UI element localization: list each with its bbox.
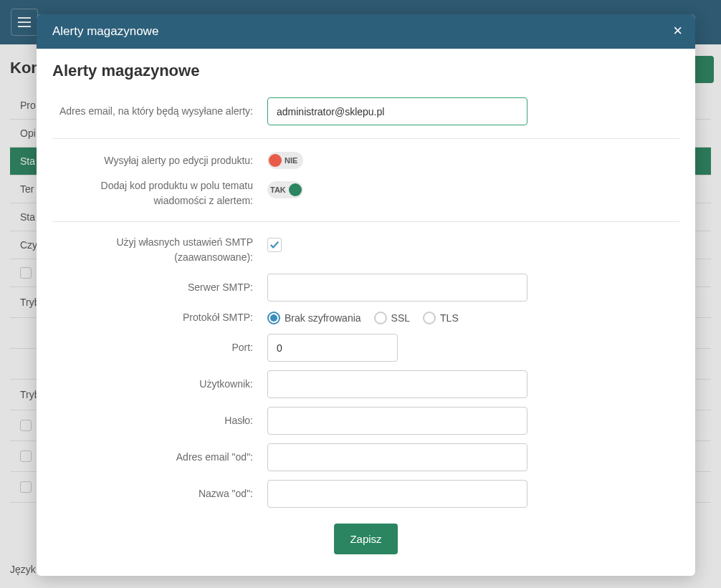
smtp-own-checkbox[interactable]	[267, 238, 282, 252]
modal-header-title: Alerty magazynowe	[52, 24, 158, 38]
modal-title: Alerty magazynowe	[52, 62, 679, 80]
separator	[52, 138, 679, 139]
protocol-radio-tls[interactable]: TLS	[423, 312, 459, 324]
smtp-own-label: Użyj własnych ustawień SMTP (zaawansowan…	[52, 235, 267, 265]
from-name-input[interactable]	[267, 480, 527, 508]
user-input[interactable]	[267, 370, 527, 398]
from-email-label: Adres email "od":	[52, 450, 267, 465]
modal: Alerty magazynowe × Alerty magazynowe Ad…	[37, 14, 695, 576]
add-code-label: Dodaj kod produktu w polu tematu wiadomo…	[52, 178, 267, 208]
port-input[interactable]	[267, 334, 398, 362]
email-input[interactable]	[267, 97, 527, 125]
password-input[interactable]	[267, 407, 527, 435]
radio-circle	[374, 312, 387, 324]
email-label: Adres email, na który będą wysyłane aler…	[52, 104, 267, 119]
port-label: Port:	[52, 340, 267, 355]
separator	[52, 221, 679, 222]
send-on-edit-toggle[interactable]: NIE	[267, 152, 303, 169]
send-on-edit-label: Wysyłaj alerty po edycji produktu:	[52, 153, 267, 168]
radio-circle	[423, 312, 436, 324]
protocol-radio-group: Brak szyfrowania SSL TLS	[267, 312, 679, 324]
protocol-radio-none[interactable]: Brak szyfrowania	[267, 312, 361, 324]
radio-circle-selected	[267, 312, 280, 324]
add-code-toggle[interactable]: TAK	[267, 181, 303, 198]
protocol-radio-ssl[interactable]: SSL	[374, 312, 410, 324]
modal-header: Alerty magazynowe ×	[37, 14, 695, 49]
smtp-server-input[interactable]	[267, 274, 527, 302]
close-icon[interactable]: ×	[673, 21, 682, 40]
password-label: Hasło:	[52, 413, 267, 428]
smtp-server-label: Serwer SMTP:	[52, 280, 267, 295]
from-email-input[interactable]	[267, 443, 527, 471]
smtp-protocol-label: Protokół SMTP:	[52, 310, 267, 325]
check-icon	[269, 240, 280, 250]
user-label: Użytkownik:	[52, 377, 267, 392]
from-name-label: Nazwa "od":	[52, 486, 267, 501]
save-button[interactable]: Zapisz	[334, 524, 397, 554]
toggle-knob-on	[289, 183, 302, 196]
toggle-knob-off	[269, 154, 282, 167]
